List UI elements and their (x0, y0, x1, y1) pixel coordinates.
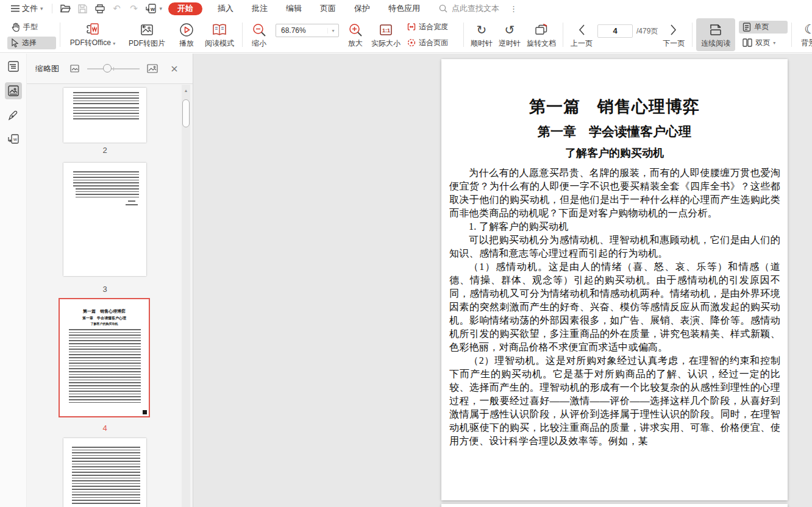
annotation-pen-button[interactable] (5, 107, 22, 124)
reading-mode-button[interactable]: 阅读模式 (201, 18, 238, 51)
thumbnail-page-5[interactable] (63, 438, 146, 507)
cursor-arrow-icon (11, 38, 19, 48)
scrollbar-up-arrow[interactable]: ▴ (182, 88, 190, 93)
pdf-page-4[interactable]: 第一篇 销售心理博弈 第一章 学会读懂客户心理 了解客户的购买动机 为什么有的人… (441, 59, 788, 500)
svg-text:w: w (13, 136, 17, 142)
thumbnail-panel-button[interactable] (5, 82, 22, 99)
scrollbar-thumb[interactable] (182, 99, 190, 127)
fit-page-button[interactable]: 适合页面 (404, 37, 460, 49)
chevron-down-icon[interactable]: ▾ (327, 28, 338, 34)
thumbnail-page-3[interactable] (63, 163, 146, 276)
thumbnail-page-number[interactable]: 3 (63, 285, 146, 294)
pdf-to-office-button[interactable]: PDF转Office ▾ (64, 18, 121, 51)
thumbnail-size-small-icon[interactable] (68, 62, 81, 76)
fit-page-label: 适合页面 (419, 38, 448, 48)
document-part-title: 第一篇 销售心理博弈 (441, 96, 788, 118)
divider (463, 23, 464, 47)
thumbnail-size-slider[interactable] (87, 68, 140, 69)
reading-mode-label: 阅读模式 (205, 40, 234, 47)
redo-icon[interactable]: ↷ (129, 3, 140, 14)
close-panel-icon[interactable]: × (168, 63, 181, 74)
continuous-reading-icon (708, 23, 723, 37)
thumbnail-text-lines (73, 171, 139, 187)
pdf-to-image-label: PDF转图片 (129, 40, 165, 47)
tab-special-apps[interactable]: 特色应用 (379, 0, 429, 17)
zoom-in-button[interactable]: 放大 (343, 18, 368, 51)
page-layout-group: 单页 双页 ▾ (739, 18, 788, 51)
prev-page-button[interactable]: 上一页 (567, 18, 596, 51)
thumbnail-text-lines (72, 447, 140, 505)
document-view[interactable]: 第一篇 销售心理博弈 第一章 学会读懂客户心理 了解客户的购买动机 为什么有的人… (193, 54, 812, 507)
export-word-button[interactable]: w (5, 131, 22, 148)
zoom-level-combobox[interactable]: 68.76% ▾ (276, 24, 339, 37)
thumbnail-text-lines (73, 92, 139, 105)
print-icon[interactable] (94, 3, 105, 14)
thumbnail-text-lines (76, 188, 139, 198)
tab-annotate[interactable]: 批注 (243, 0, 277, 17)
slider-tick (113, 67, 114, 71)
search-box[interactable]: 点此查找文本 ⋮ (439, 3, 518, 14)
panel-title: 缩略图 (35, 63, 59, 74)
outline-panel-button[interactable] (5, 58, 22, 75)
search-icon (439, 4, 447, 13)
tab-page[interactable]: 页面 (311, 0, 345, 17)
rotate-counterclockwise-button[interactable]: ↺ 逆时针 (496, 18, 524, 51)
double-page-label: 双页 (755, 38, 770, 48)
continuous-reading-button[interactable]: 连续阅读 (696, 18, 735, 51)
continuous-reading-label: 连续阅读 (701, 40, 730, 47)
rotate-clockwise-button[interactable]: ↻ 顺时针 (468, 18, 496, 51)
prev-page-label: 上一页 (571, 40, 593, 47)
tab-protect[interactable]: 保护 (345, 0, 379, 17)
play-button[interactable]: 播放 (173, 18, 201, 51)
double-page-button[interactable]: 双页 ▾ (739, 37, 788, 49)
outline-icon (7, 60, 20, 73)
thumbnail-signature-lines (126, 204, 138, 206)
rotate-clockwise-icon: ↻ (477, 23, 487, 37)
page-number-input[interactable]: 4 (597, 24, 633, 38)
rotate-document-button[interactable]: 旋转文档 (524, 18, 559, 51)
thumbnail-page-number[interactable]: 2 (63, 146, 146, 155)
mini-title-3: 了解客户的购买动机 (62, 322, 147, 325)
hand-tool-button[interactable]: 手型 (7, 21, 56, 34)
thumbnail-page-number-selected[interactable]: 4 (63, 424, 146, 433)
pdf-to-image-button[interactable]: PDF转图片 (121, 18, 173, 51)
slider-knob[interactable] (103, 64, 112, 73)
next-page-button[interactable]: 下一页 (659, 18, 688, 51)
main-menu-button[interactable]: 文件 ▾ (7, 0, 47, 17)
rotate-counterclockwise-icon: ↺ (505, 23, 515, 37)
divider (52, 4, 52, 13)
thumbnail-page-2[interactable] (63, 88, 146, 143)
book-icon (212, 23, 227, 37)
thumbnail-panel: 缩略图 × 2 (27, 54, 193, 507)
actual-size-label: 实际大小 (371, 40, 401, 47)
file-menu-label[interactable]: 文件 (22, 3, 38, 14)
select-tool-button[interactable]: 选择 (7, 37, 56, 49)
tab-home[interactable]: 开始 (168, 2, 202, 15)
actual-size-button[interactable]: 1:1 实际大小 (368, 18, 404, 51)
divider (242, 23, 243, 47)
document-body: 为什么有的人愿意买昂贵、名牌的服装，而有的人即使腰缠万贯也爱淘便宜货？为什么有的… (441, 160, 788, 448)
thumbnail-page-4-selected[interactable]: 第一篇 销售心理博弈 第一章 学会读懂客户心理 了解客户的购买动机 (59, 298, 150, 417)
pdf-page-5-top-edge[interactable] (441, 504, 788, 507)
undo-icon[interactable]: ↶ (112, 3, 123, 14)
save-icon[interactable] (77, 3, 88, 14)
toolbar: 手型 选择 PDF转Office ▾ PDF转图片 (0, 17, 812, 53)
tab-edit[interactable]: 编辑 (277, 0, 311, 17)
rotate-counterclockwise-label: 逆时针 (499, 40, 521, 47)
export-doc-icon[interactable]: w (146, 3, 157, 14)
thumbnail-size-large-icon[interactable] (146, 62, 159, 76)
fit-width-button[interactable]: 适合宽度 (404, 21, 460, 34)
page-indicator: 4 /479页 (597, 18, 658, 51)
single-page-button[interactable]: 单页 (739, 21, 788, 34)
chevron-left-icon (578, 23, 585, 37)
thumbnail-page-4-content: 第一篇 销售心理博弈 第一章 学会读懂客户心理 了解客户的购买动机 (62, 301, 147, 414)
tab-insert[interactable]: 插入 (208, 0, 243, 17)
chevron-down-icon[interactable]: ▾ (160, 5, 163, 12)
open-file-icon[interactable] (60, 3, 71, 14)
thumbnail-scrollbar[interactable]: ▴ (182, 85, 190, 507)
fit-width-icon (407, 23, 416, 31)
zoom-out-button[interactable]: 缩小 (246, 18, 272, 51)
more-options-icon[interactable]: ⋮ (510, 4, 518, 13)
background-button[interactable]: ☾ 背景▾ (796, 18, 812, 51)
paragraph: （2）理智动机。这是对所购对象经过认真考虑，在理智的约束和控制下而产生的购买动机… (449, 354, 780, 448)
